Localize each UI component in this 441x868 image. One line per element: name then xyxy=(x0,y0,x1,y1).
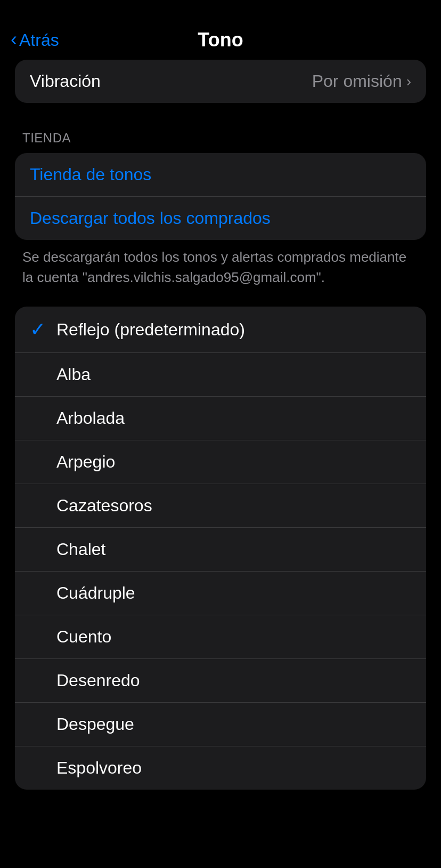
vibration-row[interactable]: Vibración Por omisión › xyxy=(15,60,426,103)
tone-row[interactable]: Arbolada xyxy=(15,397,426,440)
tone-row[interactable]: ✓Reflejo (predeterminado) xyxy=(15,307,426,353)
tone-row[interactable]: Despegue xyxy=(15,703,426,746)
vibration-value: Por omisión xyxy=(312,71,402,91)
spacer-1 xyxy=(0,111,441,131)
vibration-chevron-icon: › xyxy=(406,73,411,90)
tones-list: ✓Reflejo (predeterminado)AlbaArboladaArp… xyxy=(15,307,426,790)
download-link-label: Descargar todos los comprados xyxy=(30,208,271,228)
tone-name: Despegue xyxy=(56,714,134,734)
tones-section: ✓Reflejo (predeterminado)AlbaArboladaArp… xyxy=(0,307,441,790)
tone-name: Reflejo (predeterminado) xyxy=(56,320,245,340)
tone-checkmark-icon: ✓ xyxy=(30,318,56,341)
vibration-section: Vibración Por omisión › xyxy=(0,60,441,103)
store-card: Tienda de tonos Descargar todos los comp… xyxy=(15,153,426,240)
tone-row[interactable]: Arpegio xyxy=(15,440,426,484)
tone-row[interactable]: Desenredo xyxy=(15,659,426,703)
back-chevron-icon: ‹ xyxy=(11,30,17,49)
page-title: Tono xyxy=(198,29,243,51)
spacer-2 xyxy=(0,287,441,307)
tone-name: Cazatesoros xyxy=(56,496,152,516)
tone-row[interactable]: Espolvoreo xyxy=(15,746,426,790)
vibration-value-group: Por omisión › xyxy=(312,71,411,91)
tone-row[interactable]: Chalet xyxy=(15,528,426,572)
vibration-card: Vibración Por omisión › xyxy=(15,60,426,103)
tone-name: Desenredo xyxy=(56,671,140,690)
store-link-row[interactable]: Tienda de tonos xyxy=(15,153,426,196)
tone-row[interactable]: Cuento xyxy=(15,615,426,659)
back-label: Atrás xyxy=(19,30,59,50)
tone-name: Arpegio xyxy=(56,452,115,472)
nav-bar: ‹ Atrás Tono xyxy=(0,0,441,60)
tone-row[interactable]: Cazatesoros xyxy=(15,484,426,528)
back-button[interactable]: ‹ Atrás xyxy=(11,30,59,50)
tone-name: Cuento xyxy=(56,627,111,647)
spacer-3 xyxy=(0,798,441,817)
tone-name: Cuádruple xyxy=(56,583,135,603)
tone-name: Arbolada xyxy=(56,408,125,428)
store-note: Se descargarán todos los tonos y alertas… xyxy=(15,240,426,287)
tone-row[interactable]: Alba xyxy=(15,353,426,397)
vibration-label: Vibración xyxy=(30,71,101,91)
download-link-row[interactable]: Descargar todos los comprados xyxy=(15,196,426,240)
tone-name: Chalet xyxy=(56,540,106,559)
tone-name: Espolvoreo xyxy=(56,758,142,778)
store-section: TIENDA Tienda de tonos Descargar todos l… xyxy=(0,131,441,287)
store-link-label: Tienda de tonos xyxy=(30,165,151,184)
store-section-label: TIENDA xyxy=(15,131,426,146)
tone-row[interactable]: Cuádruple xyxy=(15,572,426,615)
tone-name: Alba xyxy=(56,365,91,384)
